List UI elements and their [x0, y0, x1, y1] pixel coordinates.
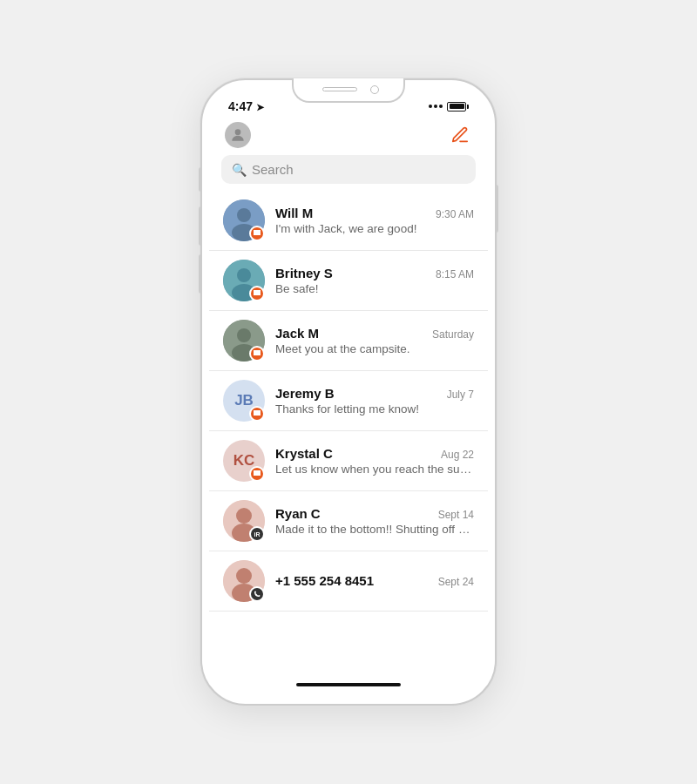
message-dark-badge: iR	[249, 526, 265, 542]
conv-time: 8:15 AM	[436, 268, 474, 280]
conv-content: Ryan C Sept 14 Made it to the bottom!! S…	[275, 506, 474, 536]
avatar-wrap	[223, 560, 265, 602]
conv-content: Jeremy B July 7 Thanks for letting me kn…	[275, 386, 474, 416]
conversation-item[interactable]: Jack M Saturday Meet you at the campsite…	[209, 311, 488, 371]
dot3	[439, 105, 443, 108]
avatar-wrap: JB	[223, 380, 265, 422]
phone-device: 4:47 ➤	[200, 78, 497, 706]
volume-down-button	[199, 254, 202, 294]
avatar-wrap	[223, 260, 265, 301]
avatar-wrap: iR	[223, 500, 265, 542]
conv-time: Saturday	[432, 328, 474, 341]
conv-content: Britney S 8:15 AM Be safe!	[275, 266, 474, 295]
message-badge	[249, 286, 265, 301]
message-badge	[249, 226, 265, 241]
conv-name: Jack M	[275, 326, 319, 341]
conv-top: Britney S 8:15 AM	[275, 266, 474, 280]
conv-time: Sept 24	[438, 576, 474, 588]
conv-content: Will M 9:30 AM I'm with Jack, we are goo…	[275, 206, 474, 235]
conversation-item[interactable]: iR Ryan C Sept 14 Made it to the bottom!…	[209, 491, 488, 551]
message-badge	[249, 346, 265, 362]
conversation-item[interactable]: KC Krystal C Aug 22 Let us know when you…	[209, 431, 488, 491]
conv-message: Thanks for letting me know!	[275, 402, 474, 416]
svg-point-8	[237, 328, 251, 342]
svg-point-2	[237, 208, 251, 222]
phone-screen: 4:47 ➤	[209, 87, 488, 697]
home-indicator	[209, 676, 488, 697]
power-button	[495, 185, 498, 233]
message-badge	[249, 406, 265, 422]
avatar-wrap	[223, 199, 265, 241]
conv-top: Jeremy B July 7	[275, 386, 474, 401]
location-arrow-icon: ➤	[256, 102, 264, 112]
conv-name: +1 555 254 8451	[275, 573, 374, 588]
status-icons	[429, 102, 469, 112]
svg-point-0	[235, 129, 241, 135]
search-bar[interactable]: 🔍 Search	[221, 155, 476, 184]
conv-name: Jeremy B	[275, 386, 335, 401]
conversation-item[interactable]: Britney S 8:15 AM Be safe!	[209, 251, 488, 311]
conv-time: 9:30 AM	[436, 208, 474, 220]
battery-body	[447, 102, 466, 112]
conv-time: Sept 14	[438, 509, 474, 521]
search-placeholder: Search	[252, 162, 294, 177]
conversation-item[interactable]: +1 555 254 8451 Sept 24	[209, 551, 488, 612]
avatar-wrap: KC	[223, 440, 265, 482]
battery-tip	[467, 105, 469, 109]
conv-content: Krystal C Aug 22 Let us know when you re…	[275, 446, 474, 476]
conversation-item[interactable]: JB Jeremy B July 7 Thanks for letting me…	[209, 371, 488, 431]
conversation-item[interactable]: Will M 9:30 AM I'm with Jack, we are goo…	[209, 191, 488, 251]
conversation-list: Will M 9:30 AM I'm with Jack, we are goo…	[209, 191, 488, 676]
volume-up-button	[199, 206, 202, 246]
compose-button[interactable]	[448, 123, 472, 147]
app-header	[209, 118, 488, 155]
svg-point-5	[237, 268, 251, 282]
battery-fill	[450, 104, 464, 109]
signal-dots	[429, 105, 443, 108]
speaker-grill	[322, 87, 357, 91]
phone-notch	[292, 78, 405, 103]
conv-top: Ryan C Sept 14	[275, 506, 474, 521]
dot2	[434, 105, 437, 108]
conv-name: Ryan C	[275, 506, 321, 521]
front-camera	[370, 85, 379, 94]
search-icon: 🔍	[232, 163, 247, 177]
conv-top: Will M 9:30 AM	[275, 206, 474, 220]
phone-badge	[249, 586, 265, 602]
conv-top: Krystal C Aug 22	[275, 446, 474, 461]
conv-top: +1 555 254 8451 Sept 24	[275, 573, 474, 588]
battery-icon	[447, 102, 469, 112]
message-badge	[249, 466, 265, 482]
conv-name: Britney S	[275, 266, 333, 280]
conv-message: Made it to the bottom!! Shutting off now…	[275, 523, 474, 536]
avatar-wrap	[223, 320, 265, 362]
conv-time: Aug 22	[441, 449, 474, 461]
conv-message: Be safe!	[275, 282, 474, 295]
mute-button	[199, 167, 202, 192]
conv-message: I'm with Jack, we are good!	[275, 222, 474, 235]
conv-name: Will M	[275, 206, 313, 220]
conv-name: Krystal C	[275, 446, 333, 461]
conv-message: Meet you at the campsite.	[275, 342, 474, 355]
user-avatar[interactable]	[225, 122, 251, 148]
home-bar	[296, 683, 401, 686]
conv-top: Jack M Saturday	[275, 326, 474, 341]
conv-message: Let us know when you reach the summit!	[275, 463, 474, 476]
status-time: 4:47 ➤	[228, 99, 264, 113]
svg-point-11	[236, 508, 252, 524]
conv-time: July 7	[447, 389, 474, 401]
conv-content: Jack M Saturday Meet you at the campsite…	[275, 326, 474, 355]
svg-point-14	[236, 568, 252, 584]
conv-content: +1 555 254 8451 Sept 24	[275, 573, 474, 590]
dot1	[429, 105, 432, 108]
